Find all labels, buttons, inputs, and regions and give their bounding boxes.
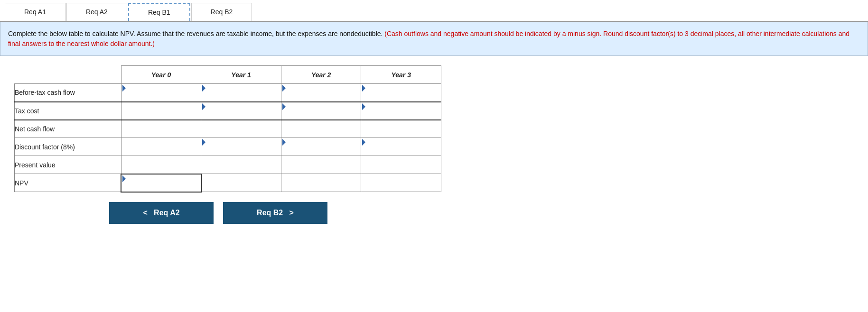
input-net-y2[interactable] [281, 120, 361, 138]
input-cell-discount-y2[interactable] [281, 138, 361, 156]
col-header-year1: Year 1 [201, 66, 281, 84]
input-cell-net-y2[interactable] [281, 120, 361, 138]
input-before-tax-y0[interactable] [121, 84, 201, 101]
col-header-year3: Year 3 [361, 66, 441, 84]
input-cell-discount-y3[interactable] [361, 138, 441, 156]
triangle-icon [282, 139, 286, 146]
input-cell-npv-y0[interactable] [121, 174, 201, 192]
tab-req-a1[interactable]: Req A1 [5, 3, 65, 21]
instructions-box: Complete the below table to calculate NP… [0, 22, 868, 56]
npv-empty-y1 [201, 174, 281, 192]
input-pv-y0[interactable] [121, 156, 201, 173]
npv-empty-y3 [361, 174, 441, 192]
table-row: Tax cost [15, 102, 441, 120]
input-cell-pv-y1[interactable] [201, 156, 281, 174]
input-before-tax-y2[interactable] [281, 84, 361, 101]
input-cell-before-tax-y0[interactable] [121, 84, 201, 102]
triangle-icon [282, 85, 286, 92]
table-row: NPV [15, 174, 441, 192]
input-cell-tax-cost-y0[interactable] [121, 102, 201, 120]
input-net-y3[interactable] [361, 120, 441, 138]
npv-table: Year 0 Year 1 Year 2 Year 3 Before-tax c… [14, 65, 441, 193]
input-net-y0[interactable] [121, 120, 201, 138]
row-label-present-value: Present value [15, 156, 121, 174]
input-before-tax-y3[interactable] [361, 84, 441, 101]
col-header-year0: Year 0 [121, 66, 201, 84]
table-row: Present value [15, 156, 441, 174]
input-pv-y1[interactable] [201, 156, 281, 174]
input-discount-y2[interactable] [281, 138, 361, 156]
input-tax-cost-y2[interactable] [281, 102, 361, 119]
input-discount-y0[interactable] [121, 138, 201, 156]
input-cell-net-y3[interactable] [361, 120, 441, 138]
input-cell-tax-cost-y1[interactable] [201, 102, 281, 120]
input-cell-discount-y0[interactable] [121, 138, 201, 156]
input-pv-y3[interactable] [361, 156, 441, 174]
input-cell-before-tax-y3[interactable] [361, 84, 441, 102]
input-cell-pv-y2[interactable] [281, 156, 361, 174]
row-label-before-tax: Before-tax cash flow [15, 84, 121, 102]
input-cell-discount-y1[interactable] [201, 138, 281, 156]
triangle-icon [362, 139, 365, 146]
input-cell-before-tax-y1[interactable] [201, 84, 281, 102]
input-npv-y0[interactable] [121, 174, 201, 192]
row-label-net-cash-flow: Net cash flow [15, 120, 121, 138]
table-row: Discount factor (8%) [15, 138, 441, 156]
input-tax-cost-y0[interactable] [121, 102, 201, 119]
triangle-icon [202, 103, 205, 110]
tab-req-b1[interactable]: Req B1 [128, 3, 190, 21]
triangle-icon [362, 103, 365, 110]
row-label-tax-cost: Tax cost [15, 102, 121, 120]
col-header-label [15, 66, 121, 84]
input-pv-y2[interactable] [281, 156, 361, 174]
input-cell-pv-y0[interactable] [121, 156, 201, 174]
npv-empty-y2 [281, 174, 361, 192]
triangle-icon [282, 103, 286, 110]
tab-req-b2[interactable]: Req B2 [191, 3, 252, 21]
input-cell-net-y1[interactable] [201, 120, 281, 138]
tab-req-a2[interactable]: Req A2 [66, 3, 127, 21]
triangle-icon [202, 139, 205, 146]
buttons-row: < Req A2 Req B2 > [14, 202, 854, 224]
page-wrapper: Req A1 Req A2 Req B1 Req B2 Complete the… [0, 0, 868, 233]
input-tax-cost-y1[interactable] [201, 102, 281, 119]
row-label-npv: NPV [15, 174, 121, 192]
table-row: Net cash flow [15, 120, 441, 138]
triangle-icon [202, 85, 205, 92]
main-content: Year 0 Year 1 Year 2 Year 3 Before-tax c… [0, 56, 868, 233]
input-discount-y3[interactable] [361, 138, 441, 156]
input-cell-net-y0[interactable] [121, 120, 201, 138]
input-cell-pv-y3[interactable] [361, 156, 441, 174]
instructions-black-text: Complete the below table to calculate NP… [8, 30, 383, 37]
table-row: Before-tax cash flow [15, 84, 441, 102]
triangle-icon [122, 85, 126, 92]
req-b2-button[interactable]: Req B2 > [223, 202, 327, 224]
input-tax-cost-y3[interactable] [361, 102, 441, 119]
req-a2-button[interactable]: < Req A2 [109, 202, 214, 224]
input-discount-y1[interactable] [201, 138, 281, 156]
triangle-icon [362, 85, 365, 92]
input-cell-tax-cost-y3[interactable] [361, 102, 441, 120]
triangle-icon [122, 175, 126, 182]
col-header-year2: Year 2 [281, 66, 361, 84]
input-net-y1[interactable] [201, 120, 281, 138]
input-cell-tax-cost-y2[interactable] [281, 102, 361, 120]
row-label-discount: Discount factor (8%) [15, 138, 121, 156]
input-cell-before-tax-y2[interactable] [281, 84, 361, 102]
tabs-row: Req A1 Req A2 Req B1 Req B2 [0, 0, 868, 22]
input-before-tax-y1[interactable] [201, 84, 281, 101]
